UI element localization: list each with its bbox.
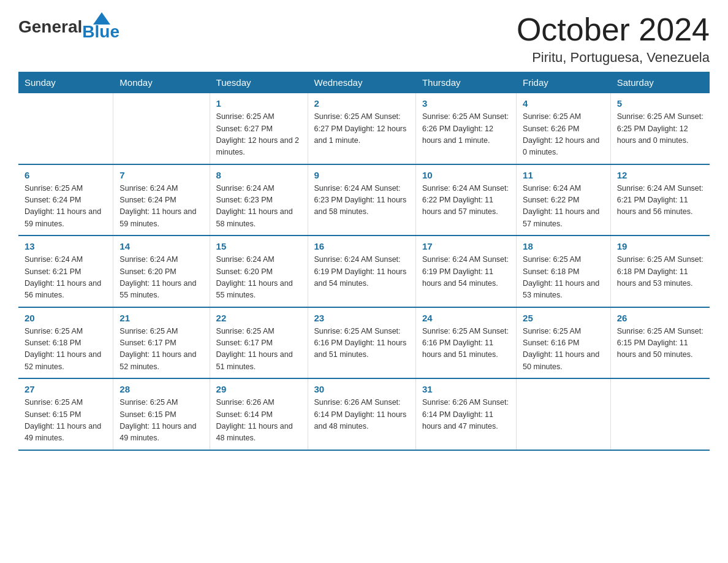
day-info: Sunrise: 6:25 AM Sunset: 6:25 PM Dayligh…	[617, 111, 703, 147]
day-number: 15	[216, 241, 301, 251]
day-info: Sunrise: 6:26 AM Sunset: 6:14 PM Dayligh…	[314, 397, 409, 432]
day-number: 12	[617, 170, 703, 180]
day-number: 24	[422, 313, 510, 323]
day-number: 13	[25, 241, 107, 251]
day-number: 10	[422, 170, 510, 180]
day-number: 4	[523, 98, 604, 109]
calendar-cell: 2Sunrise: 6:25 AM Sunset: 6:27 PM Daylig…	[308, 93, 415, 164]
day-number: 7	[119, 170, 203, 180]
day-number: 14	[119, 241, 203, 251]
week-row-3: 13Sunrise: 6:24 AM Sunset: 6:21 PM Dayli…	[18, 236, 710, 307]
calendar-cell: 29Sunrise: 6:26 AM Sunset: 6:14 PM Dayli…	[210, 378, 308, 450]
day-number: 17	[422, 241, 510, 251]
day-info: Sunrise: 6:25 AM Sunset: 6:15 PM Dayligh…	[119, 397, 203, 445]
page-header: General Blue October 2024 Piritu, Portug…	[18, 12, 710, 66]
day-number: 16	[314, 241, 409, 251]
calendar-cell: 5Sunrise: 6:25 AM Sunset: 6:25 PM Daylig…	[610, 93, 710, 164]
calendar-cell: 12Sunrise: 6:24 AM Sunset: 6:21 PM Dayli…	[610, 164, 710, 236]
calendar-cell: 24Sunrise: 6:25 AM Sunset: 6:16 PM Dayli…	[415, 307, 516, 379]
calendar-cell: 30Sunrise: 6:26 AM Sunset: 6:14 PM Dayli…	[308, 378, 415, 450]
week-row-1: 1Sunrise: 6:25 AM Sunset: 6:27 PM Daylig…	[18, 93, 710, 164]
day-number: 6	[25, 170, 107, 180]
calendar-cell	[18, 93, 113, 164]
calendar-cell: 10Sunrise: 6:24 AM Sunset: 6:22 PM Dayli…	[415, 164, 516, 236]
calendar-cell: 25Sunrise: 6:25 AM Sunset: 6:16 PM Dayli…	[517, 307, 611, 379]
location-title: Piritu, Portuguesa, Venezuela	[517, 50, 710, 66]
day-number: 3	[422, 98, 510, 109]
day-info: Sunrise: 6:24 AM Sunset: 6:22 PM Dayligh…	[422, 183, 510, 218]
calendar-cell	[113, 93, 210, 164]
day-number: 18	[523, 241, 604, 251]
calendar-cell: 21Sunrise: 6:25 AM Sunset: 6:17 PM Dayli…	[113, 307, 210, 379]
calendar-cell: 28Sunrise: 6:25 AM Sunset: 6:15 PM Dayli…	[113, 378, 210, 450]
day-info: Sunrise: 6:24 AM Sunset: 6:23 PM Dayligh…	[216, 183, 301, 231]
day-number: 21	[119, 313, 203, 323]
calendar-cell	[610, 378, 710, 450]
calendar-cell: 6Sunrise: 6:25 AM Sunset: 6:24 PM Daylig…	[18, 164, 113, 236]
day-info: Sunrise: 6:25 AM Sunset: 6:26 PM Dayligh…	[422, 111, 510, 147]
calendar-cell: 3Sunrise: 6:25 AM Sunset: 6:26 PM Daylig…	[415, 93, 516, 164]
day-info: Sunrise: 6:26 AM Sunset: 6:14 PM Dayligh…	[216, 397, 301, 445]
day-info: Sunrise: 6:25 AM Sunset: 6:18 PM Dayligh…	[25, 326, 107, 373]
day-info: Sunrise: 6:24 AM Sunset: 6:19 PM Dayligh…	[314, 254, 409, 289]
day-number: 5	[617, 98, 703, 109]
day-info: Sunrise: 6:24 AM Sunset: 6:21 PM Dayligh…	[25, 254, 107, 302]
day-info: Sunrise: 6:25 AM Sunset: 6:27 PM Dayligh…	[314, 111, 409, 147]
day-number: 26	[617, 313, 703, 323]
week-row-5: 27Sunrise: 6:25 AM Sunset: 6:15 PM Dayli…	[18, 378, 710, 450]
day-number: 31	[422, 384, 510, 394]
day-info: Sunrise: 6:25 AM Sunset: 6:26 PM Dayligh…	[523, 111, 604, 159]
calendar-cell: 20Sunrise: 6:25 AM Sunset: 6:18 PM Dayli…	[18, 307, 113, 379]
calendar-cell: 16Sunrise: 6:24 AM Sunset: 6:19 PM Dayli…	[308, 236, 415, 307]
month-title: October 2024	[517, 12, 710, 47]
day-info: Sunrise: 6:25 AM Sunset: 6:17 PM Dayligh…	[216, 326, 301, 373]
day-info: Sunrise: 6:25 AM Sunset: 6:18 PM Dayligh…	[523, 254, 604, 302]
calendar-cell: 11Sunrise: 6:24 AM Sunset: 6:22 PM Dayli…	[517, 164, 611, 236]
week-row-2: 6Sunrise: 6:25 AM Sunset: 6:24 PM Daylig…	[18, 164, 710, 236]
day-info: Sunrise: 6:25 AM Sunset: 6:18 PM Dayligh…	[617, 254, 703, 289]
calendar-table: SundayMondayTuesdayWednesdayThursdayFrid…	[18, 72, 710, 451]
day-number: 27	[25, 384, 107, 394]
calendar-cell: 26Sunrise: 6:25 AM Sunset: 6:15 PM Dayli…	[610, 307, 710, 379]
header-cell-sunday: Sunday	[18, 72, 113, 93]
calendar-cell	[517, 378, 611, 450]
day-info: Sunrise: 6:24 AM Sunset: 6:20 PM Dayligh…	[119, 254, 203, 302]
calendar-cell: 27Sunrise: 6:25 AM Sunset: 6:15 PM Dayli…	[18, 378, 113, 450]
day-info: Sunrise: 6:24 AM Sunset: 6:20 PM Dayligh…	[216, 254, 301, 302]
calendar-cell: 9Sunrise: 6:24 AM Sunset: 6:23 PM Daylig…	[308, 164, 415, 236]
header-cell-tuesday: Tuesday	[210, 72, 308, 93]
day-info: Sunrise: 6:26 AM Sunset: 6:14 PM Dayligh…	[422, 397, 510, 432]
logo: General Blue	[18, 12, 119, 42]
day-info: Sunrise: 6:24 AM Sunset: 6:23 PM Dayligh…	[314, 183, 409, 218]
calendar-cell: 4Sunrise: 6:25 AM Sunset: 6:26 PM Daylig…	[517, 93, 611, 164]
calendar-cell: 31Sunrise: 6:26 AM Sunset: 6:14 PM Dayli…	[415, 378, 516, 450]
calendar-cell: 19Sunrise: 6:25 AM Sunset: 6:18 PM Dayli…	[610, 236, 710, 307]
title-block: October 2024 Piritu, Portuguesa, Venezue…	[517, 12, 710, 66]
logo-blue-text: Blue	[82, 22, 119, 42]
day-info: Sunrise: 6:24 AM Sunset: 6:21 PM Dayligh…	[617, 183, 703, 218]
header-cell-saturday: Saturday	[610, 72, 710, 93]
day-number: 30	[314, 384, 409, 394]
day-number: 9	[314, 170, 409, 180]
logo-blue-part: Blue	[82, 12, 119, 42]
day-number: 19	[617, 241, 703, 251]
day-info: Sunrise: 6:25 AM Sunset: 6:17 PM Dayligh…	[119, 326, 203, 373]
logo-general-text: General	[18, 17, 82, 37]
calendar-cell: 13Sunrise: 6:24 AM Sunset: 6:21 PM Dayli…	[18, 236, 113, 307]
day-info: Sunrise: 6:25 AM Sunset: 6:16 PM Dayligh…	[523, 326, 604, 373]
day-info: Sunrise: 6:24 AM Sunset: 6:22 PM Dayligh…	[523, 183, 604, 231]
header-cell-monday: Monday	[113, 72, 210, 93]
day-number: 2	[314, 98, 409, 109]
calendar-cell: 17Sunrise: 6:24 AM Sunset: 6:19 PM Dayli…	[415, 236, 516, 307]
day-number: 8	[216, 170, 301, 180]
week-row-4: 20Sunrise: 6:25 AM Sunset: 6:18 PM Dayli…	[18, 307, 710, 379]
day-number: 23	[314, 313, 409, 323]
header-cell-friday: Friday	[517, 72, 611, 93]
day-number: 29	[216, 384, 301, 394]
calendar-cell: 15Sunrise: 6:24 AM Sunset: 6:20 PM Dayli…	[210, 236, 308, 307]
day-number: 25	[523, 313, 604, 323]
day-info: Sunrise: 6:25 AM Sunset: 6:16 PM Dayligh…	[422, 326, 510, 361]
day-number: 1	[216, 98, 301, 109]
calendar-cell: 14Sunrise: 6:24 AM Sunset: 6:20 PM Dayli…	[113, 236, 210, 307]
calendar-cell: 23Sunrise: 6:25 AM Sunset: 6:16 PM Dayli…	[308, 307, 415, 379]
